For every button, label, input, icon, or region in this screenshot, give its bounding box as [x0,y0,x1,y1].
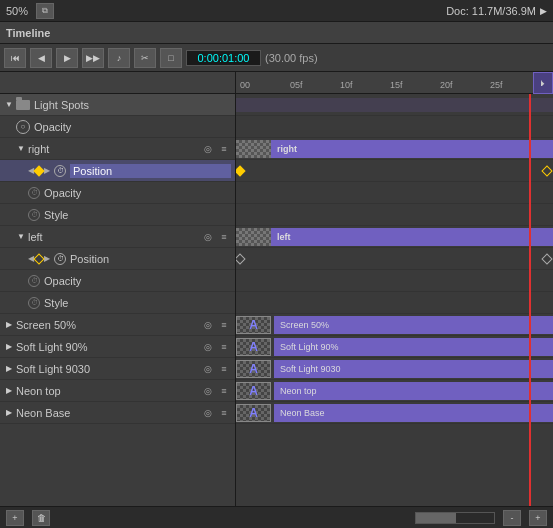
next-frame-button[interactable]: ▶▶ [82,48,104,68]
layer-row-screen50[interactable]: ▶ Screen 50% ◎ ≡ [0,314,235,336]
thumb-letter: A [237,339,270,355]
stopwatch-icon: ⏱ [54,253,66,265]
keyframe-end-empty [541,253,552,264]
ruler-mark-20f: 20f [440,80,453,90]
track-style-1[interactable] [236,204,553,226]
controls-bar: ⏮ ◀ ▶ ▶▶ ♪ ✂ □ 0:00:01:00 (30.00 fps) [0,44,553,72]
zoom-button[interactable]: ⧉ [36,3,54,19]
stopwatch-icon: ⏱ [28,275,40,287]
lock-icon: ≡ [217,142,231,156]
layer-row-right[interactable]: ▼ right ◎ ≡ [0,138,235,160]
scroll-track[interactable] [415,512,495,524]
lock-icon: ≡ [217,384,231,398]
layer-label: Neon Base [16,407,201,419]
track-position-1[interactable] [236,160,553,182]
expand-icon: ▼ [16,144,26,154]
top-bar: 50% ⧉ Doc: 11.7M/36.9M ▶ [0,0,553,22]
track-style-2[interactable] [236,292,553,314]
track-opacity-1[interactable] [236,116,553,138]
scroll-thumb[interactable] [416,513,456,523]
thumb-letter: A [237,361,270,377]
track-softlight90[interactable]: A Soft Light 90% [236,336,553,358]
layer-label: Neon top [16,385,201,397]
zoom-in-button[interactable]: + [529,510,547,526]
layer-label: Light Spots [34,99,231,111]
expand-icon: ▶ [4,364,14,374]
track-softlight9030[interactable]: A Soft Light 9030 [236,358,553,380]
delete-button[interactable]: 🗑 [32,510,50,526]
solo-icon: ◎ [201,362,215,376]
layer-icons: ◎ ≡ [201,340,231,354]
track-thumb: A [236,404,271,422]
track-label: Neon Base [280,408,325,418]
lock-icon: ≡ [217,230,231,244]
fps-display: (30.00 fps) [265,52,318,64]
layer-row-neontop[interactable]: ▶ Neon top ◎ ≡ [0,380,235,402]
track-position-2[interactable] [236,248,553,270]
track-screen50[interactable]: A Screen 50% [236,314,553,336]
layer-label: Position [70,164,231,178]
ruler-mark-00: 00 [240,80,250,90]
layer-row-opacity-3[interactable]: ⏱ Opacity [0,270,235,292]
keyframe-nav[interactable]: ◀ ▶ [28,166,50,175]
layer-row-opacity-2[interactable]: ⏱ Opacity [0,182,235,204]
play-button[interactable]: ▶ [56,48,78,68]
playhead-icon: ⏵ [539,79,547,88]
track-opacity-2[interactable] [236,182,553,204]
track-neonbase[interactable]: A Neon Base [236,402,553,424]
keyframe-end [541,165,552,176]
lock-icon: ≡ [217,362,231,376]
expand-icon: ▶ [4,342,14,352]
cut-button[interactable]: ✂ [134,48,156,68]
thumb-letter: A [237,405,270,421]
layer-row-opacity-1[interactable]: ○ Opacity [0,116,235,138]
keyframe-diamond [33,165,44,176]
time-display: 0:00:01:00 [186,50,261,66]
layer-row-style-1[interactable]: ⏱ Style [0,204,235,226]
stopwatch-icon: ⏱ [28,297,40,309]
lock-icon: ≡ [217,318,231,332]
layer-label: right [28,143,201,155]
layer-row-light-spots[interactable]: ▼ Light Spots [0,94,235,116]
layer-row-softlight9030[interactable]: ▶ Soft Light 9030 ◎ ≡ [0,358,235,380]
audio-button[interactable]: ♪ [108,48,130,68]
layer-row-position-2[interactable]: ◀ ▶ ⏱ Position [0,248,235,270]
layer-icons: ◎ ≡ [201,384,231,398]
track-light-spots[interactable] [236,94,553,116]
track-bar: Neon top [274,382,553,400]
layer-icons: ◎ ≡ [201,406,231,420]
comp-button[interactable]: □ [160,48,182,68]
track-thumb: A [236,338,271,356]
layer-label: Soft Light 9030 [16,363,201,375]
doc-info: Doc: 11.7M/36.9M ▶ [446,5,547,17]
timeline-header: Timeline [0,22,553,44]
track-bar: Soft Light 9030 [274,360,553,378]
add-comp-button[interactable]: + [6,510,24,526]
timeline-ruler: 00 05f 10f 15f 20f 25f ⏵ [236,72,553,94]
layer-row-neonbase[interactable]: ▶ Neon Base ◎ ≡ [0,402,235,424]
track-bar: Screen 50% [274,316,553,334]
solo-icon: ◎ [201,340,215,354]
prev-frame-button[interactable]: ◀ [30,48,52,68]
expand-icon: ▶ [4,386,14,396]
track-right[interactable]: right [236,138,553,160]
track-bar: Neon Base [274,404,553,422]
keyframe-nav[interactable]: ◀ ▶ [28,254,50,263]
bottom-bar: + 🗑 - + [0,506,553,528]
go-start-button[interactable]: ⏮ [4,48,26,68]
layer-row-softlight90[interactable]: ▶ Soft Light 90% ◎ ≡ [0,336,235,358]
arrow-icon: ▶ [540,6,547,16]
layer-label: Opacity [34,121,231,133]
ruler-mark-10f: 10f [340,80,353,90]
stopwatch-icon: ⏱ [28,209,40,221]
track-left[interactable]: left [236,226,553,248]
layer-row-position-1[interactable]: ◀ ▶ ⏱ Position [0,160,235,182]
layer-row-style-2[interactable]: ⏱ Style [0,292,235,314]
playhead-line [529,94,531,506]
zoom-out-button[interactable]: - [503,510,521,526]
layer-label: Position [70,253,231,265]
track-neontop[interactable]: A Neon top [236,380,553,402]
timeline-area: 00 05f 10f 15f 20f 25f ⏵ [236,72,553,506]
layer-row-left[interactable]: ▼ left ◎ ≡ [0,226,235,248]
track-opacity-3[interactable] [236,270,553,292]
